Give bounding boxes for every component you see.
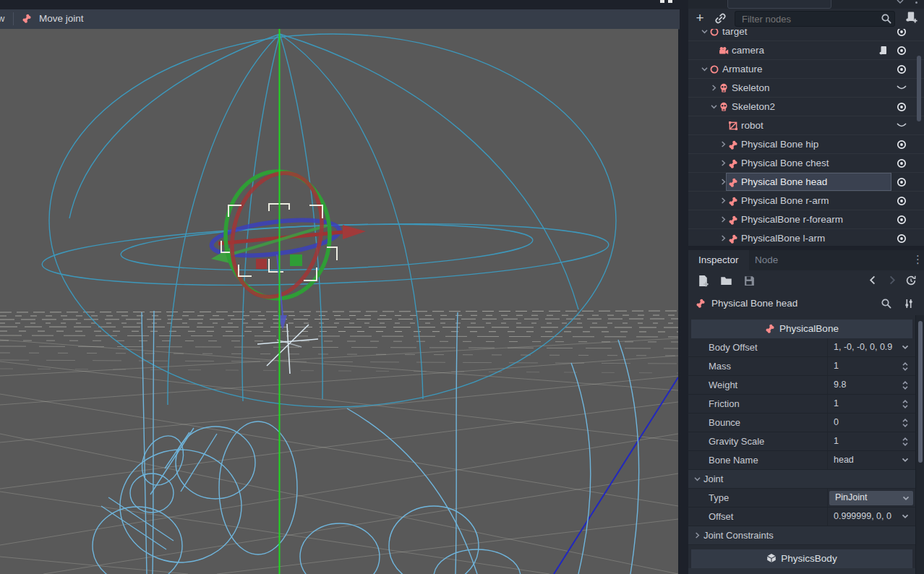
history-forward-button[interactable]: [886, 275, 899, 288]
search-properties-icon[interactable]: [881, 298, 893, 310]
property-row-gravity-scale: Gravity Scale 1: [688, 432, 915, 451]
inspector-scrollbar[interactable]: [915, 315, 924, 574]
tree-item-label: Armature: [722, 64, 763, 74]
tree-item-physical-bone-chest[interactable]: Physical Bone chest: [688, 154, 924, 173]
visibility-on-icon[interactable]: [896, 177, 907, 187]
property-value-cell: 9.8: [827, 376, 916, 394]
object-history-button[interactable]: [905, 275, 918, 288]
scene-tree-scrollbar[interactable]: [917, 29, 921, 246]
spinner-icon[interactable]: [900, 361, 911, 372]
property-tools-icon[interactable]: [903, 298, 915, 310]
visibility-on-icon[interactable]: [896, 46, 907, 56]
filter-nodes-input[interactable]: [735, 11, 895, 27]
tree-item-armature[interactable]: Armature: [688, 60, 924, 79]
add-node-button[interactable]: +: [693, 11, 707, 25]
inspector-properties: PhysicalBoneBody Offset 1, -0, -0, 0, 0.…: [688, 315, 915, 574]
load-resource-button[interactable]: [720, 275, 733, 288]
property-value[interactable]: 1, -0, -0, 0, 0.9: [834, 342, 892, 352]
scrollbar-thumb[interactable]: [918, 321, 923, 463]
category-physicalbone[interactable]: PhysicalBone: [691, 320, 912, 338]
instance-scene-button[interactable]: [714, 12, 727, 25]
property-row-friction: Friction 1: [688, 395, 915, 414]
tab-inspector[interactable]: Inspector: [688, 250, 749, 270]
save-resource-button[interactable]: [743, 275, 756, 288]
visibility-off-icon[interactable]: [896, 121, 907, 131]
tree-item-physical-bone-r-arm[interactable]: Physical Bone r-arm: [688, 192, 924, 210]
spinner-icon[interactable]: [900, 398, 911, 409]
tab-node[interactable]: Node: [745, 250, 788, 270]
attach-script-button[interactable]: [904, 12, 918, 25]
chevron-down-icon: [897, 0, 904, 4]
scrollbar-thumb[interactable]: [917, 56, 921, 121]
chevron-down-icon[interactable]: [900, 511, 911, 522]
godot-editor-window: w Move joint: [0, 0, 924, 574]
property-row-mass: Mass 1: [688, 357, 915, 376]
tree-item-robot[interactable]: robot: [688, 116, 924, 135]
visibility-off-icon[interactable]: [896, 83, 907, 93]
viewport-3d[interactable]: [0, 29, 678, 574]
tree-item-label: robot: [741, 120, 763, 131]
expand-arrow-icon[interactable]: [719, 196, 729, 206]
script-icon[interactable]: [878, 46, 889, 56]
tree-item-skeleton2[interactable]: Skeleton2: [688, 98, 924, 116]
property-value[interactable]: 0.999999, 0, 0: [834, 511, 891, 521]
property-value[interactable]: 1: [834, 361, 839, 371]
property-label: Body Offset: [709, 342, 758, 353]
visibility-on-icon[interactable]: [896, 64, 907, 74]
visibility-on-icon[interactable]: [896, 158, 907, 168]
expand-arrow-icon[interactable]: [719, 140, 729, 150]
section-joint[interactable]: Joint: [688, 470, 915, 489]
expand-arrow-icon[interactable]: [719, 158, 729, 168]
spinner-icon[interactable]: [900, 417, 911, 428]
property-value[interactable]: 1: [834, 398, 839, 408]
object-name: Physical Bone head: [711, 298, 797, 309]
gizmo-red-plane-handle[interactable]: [256, 259, 267, 269]
visibility-on-icon[interactable]: [896, 196, 907, 206]
visibility-on-icon[interactable]: [896, 234, 907, 244]
gizmo-green-plane-handle[interactable]: [290, 254, 302, 266]
visibility-on-icon[interactable]: [896, 140, 907, 150]
visibility-on-icon[interactable]: [896, 102, 907, 112]
scene-dock-top-strip: [688, 0, 924, 9]
expand-arrow-icon[interactable]: [709, 83, 719, 93]
option-value: PinJoint: [835, 492, 867, 502]
section-joint-constraints[interactable]: Joint Constraints: [688, 526, 915, 545]
collapse-arrow-icon[interactable]: [700, 64, 710, 74]
bone-icon: [696, 298, 707, 309]
property-value[interactable]: 9.8: [834, 380, 846, 390]
option-button[interactable]: PinJoint: [829, 491, 913, 505]
expand-arrow-icon: [693, 531, 702, 540]
property-row-type: Type PinJoint: [688, 489, 915, 507]
tree-item-label: Physical Bone r-arm: [741, 195, 829, 206]
tree-item-physicalbone-l-arm[interactable]: PhysicalBone l-arm: [688, 229, 924, 246]
chevron-down-icon[interactable]: [900, 342, 911, 353]
collapse-arrow-icon[interactable]: [700, 29, 710, 37]
spinner-icon[interactable]: [900, 436, 911, 447]
visibility-on-icon[interactable]: [896, 29, 907, 37]
tree-item-physical-bone-hip[interactable]: Physical Bone hip: [688, 135, 924, 154]
tree-item-physical-bone-head[interactable]: Physical Bone head: [688, 173, 924, 192]
tree-item-target[interactable]: target: [688, 29, 924, 41]
dock-menu-icon[interactable]: ⋮: [912, 253, 923, 266]
history-back-button[interactable]: [868, 275, 881, 288]
expand-arrow-icon[interactable]: [719, 234, 729, 244]
property-value[interactable]: head: [834, 455, 854, 465]
section-collision[interactable]: Collision: [688, 568, 915, 574]
collapse-arrow-icon[interactable]: [709, 102, 719, 112]
new-resource-button[interactable]: [697, 275, 710, 288]
category-physicsbody[interactable]: PhysicsBody: [691, 549, 912, 568]
property-value[interactable]: 0: [834, 417, 839, 427]
tree-item-camera[interactable]: camera: [688, 41, 924, 60]
property-value[interactable]: 1: [834, 436, 839, 446]
spinner-icon[interactable]: [900, 380, 911, 390]
property-value-cell: 1, -0, -0, 0, 0.9: [827, 338, 916, 356]
chevron-down-icon[interactable]: [900, 455, 911, 466]
clipped-menu-label[interactable]: w: [0, 13, 4, 24]
expand-arrow-icon[interactable]: [719, 177, 729, 187]
tree-item-skeleton[interactable]: Skeleton: [688, 79, 924, 98]
expand-arrow-icon[interactable]: [719, 215, 729, 225]
visibility-on-icon[interactable]: [896, 215, 907, 225]
tree-item-physicalbone-r-forearm[interactable]: PhysicalBone r-forearm: [688, 210, 924, 229]
bone-icon: [728, 215, 738, 225]
top-strip: [0, 0, 680, 9]
